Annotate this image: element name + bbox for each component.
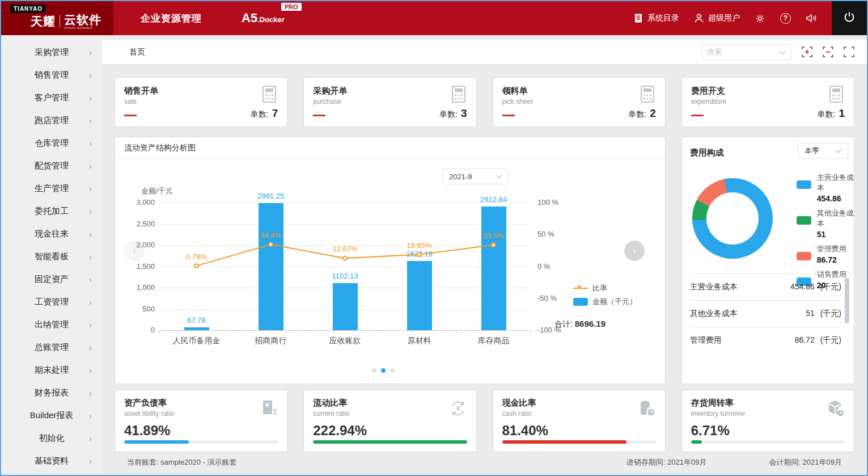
sidebar-item-期末处理[interactable]: 期末处理› xyxy=(1,359,102,381)
donut-legend-label: 管理费用 xyxy=(817,244,846,254)
user-button[interactable]: 超级用户 xyxy=(694,13,740,23)
sidebar-item-label: Builder报表 xyxy=(30,410,74,421)
zoom-in-frame-button[interactable] xyxy=(802,47,812,57)
line-percent-label: 33.5% xyxy=(465,231,522,240)
line-point xyxy=(492,243,496,247)
sidebar-item-Builder报表[interactable]: Builder报表› xyxy=(1,404,102,427)
sidebar-item-基础资料[interactable]: 基础资料› xyxy=(1,449,102,472)
legend-amount[interactable]: 金额（千元） xyxy=(573,297,637,307)
stat-card-count-value: 2 xyxy=(650,107,656,119)
line-percent-label: 0.78% xyxy=(168,252,225,261)
ratio-progress-fill xyxy=(502,440,627,444)
category-label: 招商商行 xyxy=(234,336,308,346)
chart-title: 流动资产结构分析图 xyxy=(115,137,665,159)
system-catalog-button[interactable]: 系统目录 xyxy=(633,13,679,23)
carousel-dots xyxy=(372,368,395,373)
sidebar-item-配货管理[interactable]: 配货管理› xyxy=(1,154,102,177)
sidebar-item-总账管理[interactable]: 总账管理› xyxy=(1,336,102,359)
stat-card-subtitle: expenditure xyxy=(691,98,845,106)
power-button[interactable] xyxy=(832,1,867,35)
sidebar-item-仓库管理[interactable]: 仓库管理› xyxy=(1,132,102,154)
sidebar-item-生产管理[interactable]: 生产管理› xyxy=(1,177,102,200)
chevron-right-icon: › xyxy=(89,207,92,216)
box-clock-icon xyxy=(825,398,846,421)
donut-legend-label: 主营业务成本 xyxy=(817,172,854,193)
stat-card-pick-sheet[interactable]: 领料单pick sheet单数:2 xyxy=(493,77,666,127)
fullscreen-button[interactable] xyxy=(844,47,854,57)
tab-home[interactable]: 首页 xyxy=(129,47,145,57)
sidebar-item-销售管理[interactable]: 销售管理› xyxy=(1,64,102,86)
category-label: 原材料 xyxy=(382,336,456,346)
y-axis-tick: 2,500 xyxy=(121,220,155,228)
expense-row: 其他业务成本51 (千元) xyxy=(690,300,841,327)
sidebar-item-label: 固定资产 xyxy=(35,274,69,285)
stat-card-expenditure[interactable]: 费用开支expenditure单数:1 xyxy=(681,77,854,127)
ratio-card-current-ratio[interactable]: 流动比率current ratio¥222.94% xyxy=(303,390,476,452)
carousel-dot[interactable] xyxy=(381,368,386,373)
sidebar-item-采购管理[interactable]: 采购管理› xyxy=(1,41,102,64)
carousel-dot[interactable] xyxy=(390,368,395,373)
sidebar-item-label: 智能看板 xyxy=(35,251,69,262)
system-catalog-label: 系统目录 xyxy=(647,13,679,23)
stat-card-purchase[interactable]: 采购开单purchase单数:3 xyxy=(303,77,476,127)
settings-button[interactable] xyxy=(755,13,765,24)
donut-legend-entry[interactable]: 管理费用86.72 xyxy=(797,244,854,264)
chart-total-value: 8696.19 xyxy=(575,319,606,328)
chevron-right-icon: › xyxy=(89,433,92,443)
chevron-right-icon: › xyxy=(89,184,92,193)
ratio-card-cash-ratio[interactable]: 现金比率cash ratio81.40% xyxy=(493,390,666,452)
scrollbar-thumb[interactable] xyxy=(845,278,849,323)
chevron-right-icon: › xyxy=(89,138,92,148)
ratio-cards-row: 资产负债率asset libility ratio41.89%流动比率curre… xyxy=(115,390,854,452)
calculator-icon xyxy=(449,85,468,106)
ratio-card-title: 现金比率 xyxy=(502,398,656,408)
chevron-right-icon: › xyxy=(89,411,92,420)
sidebar-item-跑店管理[interactable]: 跑店管理› xyxy=(1,109,102,132)
legend-ratio-label: 比率 xyxy=(592,283,607,293)
stat-card-title: 销售开单 xyxy=(124,86,278,96)
ratio-progress-fill xyxy=(124,440,189,444)
line-legend-marker xyxy=(573,288,588,289)
expense-period-select[interactable]: 本季 xyxy=(798,143,848,159)
stat-card-title: 费用开支 xyxy=(691,86,845,96)
sidebar-item-委托加工[interactable]: 委托加工› xyxy=(1,200,102,222)
y2-axis-tick: 0 % xyxy=(537,262,550,271)
stat-card-dash xyxy=(313,115,325,116)
sidebar-item-出纳管理[interactable]: 出纳管理› xyxy=(1,313,102,336)
sidebar-item-智能看板[interactable]: 智能看板› xyxy=(1,245,102,268)
carousel-dot[interactable] xyxy=(372,368,376,373)
sidebar-item-工资管理[interactable]: 工资管理› xyxy=(1,290,102,313)
sidebar-item-label: 基础资料 xyxy=(35,456,69,466)
main-bar: 企业资源管理 A5 .Docker PRO 系统目录 超级用户 xyxy=(113,1,832,35)
legend-ratio[interactable]: 比率 xyxy=(573,283,607,293)
ratio-card-inventory-turnover[interactable]: 存货周转率inventory turnover6.71% xyxy=(681,390,854,452)
chevron-right-icon: › xyxy=(89,320,92,330)
sidebar-item-固定资产[interactable]: 固定资产› xyxy=(1,268,102,290)
search-input[interactable] xyxy=(707,48,780,56)
sidebar-item-客户管理[interactable]: 客户管理› xyxy=(1,86,102,109)
donut-legend-entry[interactable]: 其他业务成本51 xyxy=(797,208,854,239)
ratio-card-subtitle: asset libility ratio xyxy=(124,410,278,418)
speaker-icon xyxy=(806,13,817,23)
brand-name-suffix: 云软件 xyxy=(64,14,101,26)
expense-donut-chart[interactable] xyxy=(692,178,773,259)
category-label: 库存商品 xyxy=(456,336,531,346)
chevron-right-icon: › xyxy=(89,365,92,375)
announcement-button[interactable] xyxy=(806,13,817,23)
stat-card-count: 单数:1 xyxy=(818,107,845,120)
chart-period-select[interactable]: 2021-9 xyxy=(443,169,509,184)
stat-card-sale[interactable]: 销售开单sale单数:7 xyxy=(115,77,287,127)
search-select[interactable] xyxy=(702,44,791,60)
sidebar-item-现金往来[interactable]: 现金往来› xyxy=(1,222,102,245)
zoom-out-frame-button[interactable] xyxy=(823,47,833,57)
help-button[interactable]: ? xyxy=(780,13,791,24)
carousel-left-arrow[interactable]: ‹ xyxy=(124,241,145,261)
sidebar-item-label: 采购管理 xyxy=(35,47,69,58)
gear-icon xyxy=(755,13,765,24)
ratio-card-asset-libility-ratio[interactable]: 资产负债率asset libility ratio41.89% xyxy=(115,390,287,452)
sidebar-item-财务报表[interactable]: 财务报表› xyxy=(1,381,102,404)
sidebar-item-初始化[interactable]: 初始化› xyxy=(1,427,102,449)
carousel-right-arrow[interactable]: › xyxy=(624,241,645,261)
donut-legend-entry[interactable]: 主营业务成本454.86 xyxy=(797,172,854,203)
tab-bar: 首页 xyxy=(102,40,867,65)
